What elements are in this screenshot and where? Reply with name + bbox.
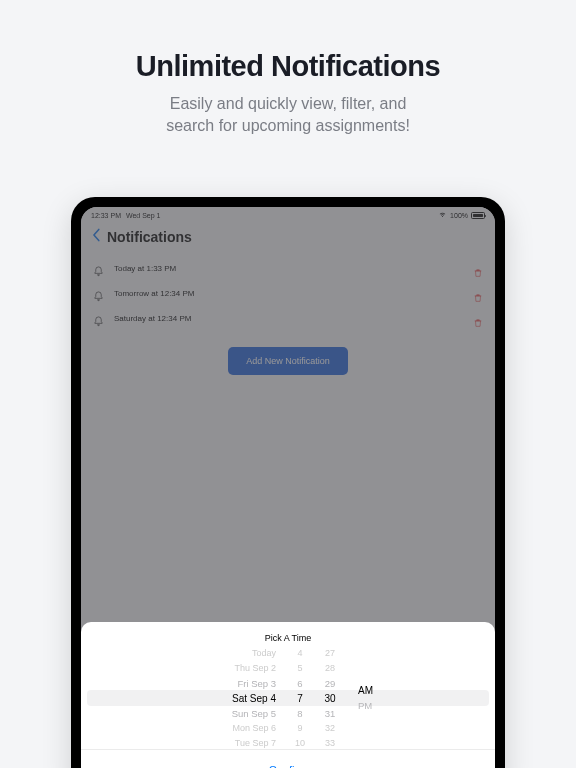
notification-row[interactable]: Tomorrow at 12:34 PM — [91, 281, 485, 306]
picker-minute-column[interactable]: 27 28 29 30 31 32 33 — [314, 651, 346, 745]
ipad-screen: 12:33 PM Wed Sep 1 100% Notifications — [81, 207, 495, 768]
confirm-button[interactable]: Confirm — [269, 764, 308, 768]
add-notification-button[interactable]: Add New Notification — [228, 347, 348, 375]
picker-date-column[interactable]: Today Thu Sep 2 Fri Sep 3 Sat Sep 4 Sun … — [186, 651, 286, 745]
trash-icon[interactable] — [473, 314, 483, 324]
status-time: 12:33 PM — [91, 212, 121, 219]
ipad-frame: 12:33 PM Wed Sep 1 100% Notifications — [71, 197, 505, 768]
nav-header: Notifications — [81, 222, 495, 256]
time-picker[interactable]: Today Thu Sep 2 Fri Sep 3 Sat Sep 4 Sun … — [81, 651, 495, 745]
battery-pct: 100% — [450, 212, 468, 219]
notification-label: Saturday at 12:34 PM — [114, 314, 463, 323]
notification-label: Tomorrow at 12:34 PM — [114, 289, 463, 298]
notification-label: Today at 1:33 PM — [114, 264, 463, 273]
picker-hour-column[interactable]: 4 5 6 7 8 9 10 — [286, 651, 314, 745]
notification-row[interactable]: Today at 1:33 PM — [91, 256, 485, 281]
trash-icon[interactable] — [473, 289, 483, 299]
wifi-icon — [438, 211, 447, 220]
page-title: Notifications — [107, 229, 192, 245]
notification-list: Today at 1:33 PM Tomorrow at 12:34 PM Sa — [81, 256, 495, 331]
hero-title: Unlimited Notifications — [40, 50, 536, 83]
sheet-title: Pick A Time — [81, 622, 495, 651]
bell-icon — [93, 288, 104, 299]
back-chevron-icon[interactable] — [91, 228, 101, 246]
battery-icon — [471, 212, 485, 219]
notification-row[interactable]: Saturday at 12:34 PM — [91, 306, 485, 331]
time-picker-sheet: Pick A Time Today Thu Sep 2 Fri Sep 3 Sa… — [81, 622, 495, 768]
trash-icon[interactable] — [473, 264, 483, 274]
hero-section: Unlimited Notifications Easily and quick… — [0, 0, 576, 168]
status-bar: 12:33 PM Wed Sep 1 100% — [81, 207, 495, 222]
bell-icon — [93, 313, 104, 324]
status-date: Wed Sep 1 — [126, 212, 161, 219]
picker-ampm-column[interactable]: AM PM — [346, 651, 390, 745]
bell-icon — [93, 263, 104, 274]
hero-subtitle: Easily and quickly view, filter, and sea… — [40, 93, 536, 138]
